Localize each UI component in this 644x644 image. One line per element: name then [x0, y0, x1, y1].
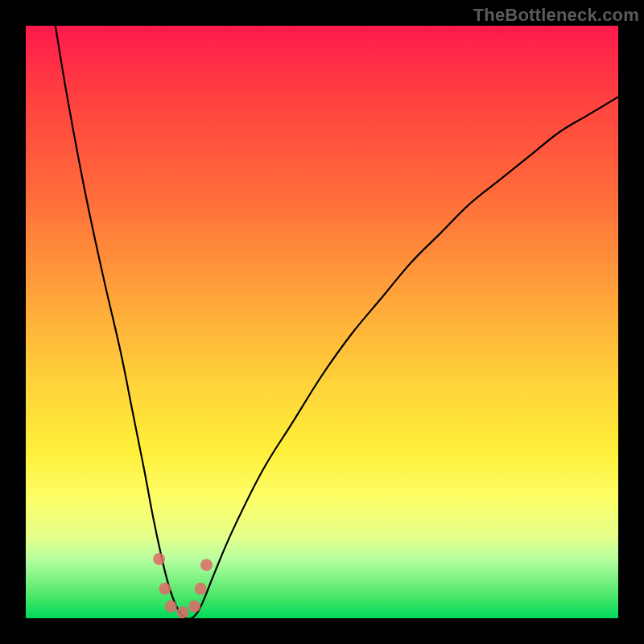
marker-dot [188, 601, 200, 613]
chart-container: TheBottleneck.com [0, 0, 644, 644]
marker-dot [177, 606, 189, 618]
marker-cluster [153, 553, 213, 618]
plot-gradient-background [26, 26, 618, 618]
bottleneck-curve-path [56, 26, 618, 619]
marker-dot [153, 553, 165, 565]
curve-svg [26, 26, 618, 618]
marker-dot [200, 559, 213, 571]
marker-dot [165, 601, 177, 613]
marker-dot [159, 583, 171, 595]
marker-dot [195, 583, 207, 595]
watermark-text: TheBottleneck.com [473, 5, 639, 26]
